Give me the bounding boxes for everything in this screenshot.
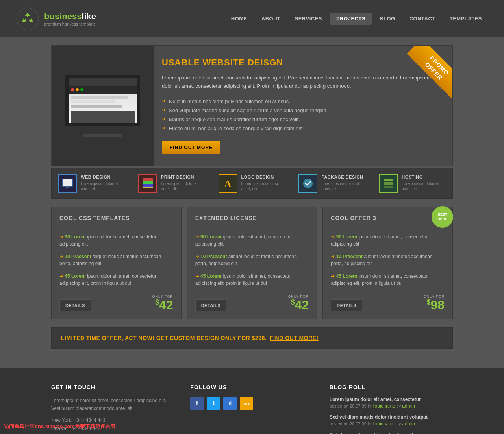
footer-social-col: FOLLOW US f t d rss — [190, 384, 313, 434]
pricing-card-2-footer: DETAILS ONLY FOR $42 — [195, 295, 309, 311]
svg-rect-6 — [65, 188, 70, 188]
screen-content — [69, 78, 137, 123]
pricing-feature-1-3: 45 Lorem ipsum dolor sit amet, consectet… — [59, 273, 173, 287]
pricing-section: COOL CSS TEMPLATES 90 Lorem ipsum dolor … — [51, 207, 453, 319]
best-deal-badge: BESTDEAL — [432, 206, 453, 228]
hosting-icon — [379, 174, 398, 193]
blog-item-3: Duis lacus odio, mattis eu tristique id,… — [330, 432, 453, 434]
price-box-1: ONLY FOR $42 — [152, 295, 173, 311]
promo-ribbon-text: PROMOOFFER — [407, 46, 452, 98]
pricing-feature-3-3: 45 Lorem ipsum dolor sit amet, consectet… — [331, 273, 445, 287]
service-package-design[interactable]: PACKAGE DESIGN Lorem ipsum dolor sit ame… — [292, 168, 372, 198]
nav-projects[interactable]: PROJECTS — [330, 13, 372, 25]
nav-contact[interactable]: CONTACT — [403, 13, 442, 25]
promo-banner-text: LIMITED TIME OFFER, ACT NOW! GET CUSTOM … — [61, 335, 267, 341]
svg-rect-10 — [143, 184, 153, 187]
print-design-title: PRINT DESIGN — [161, 175, 206, 179]
facebook-icon[interactable]: f — [190, 397, 204, 410]
pricing-card-1: COOL CSS TEMPLATES 90 Lorem ipsum dolor … — [51, 207, 182, 319]
pricing-card-3-footer: DETAILS ONLY FOR $98 — [331, 295, 445, 311]
svg-rect-15 — [384, 182, 393, 185]
details-button-2[interactable]: DETAILS — [195, 299, 227, 311]
web-design-text: WEB DESIGN Lorem ipsum dolor sit amet, e… — [81, 175, 125, 192]
logo-area: businesslike premium html/css template — [16, 7, 96, 31]
pricing-card-2: EXTENDED LICENSE 90 Lorem ipsum dolor si… — [187, 207, 317, 319]
logo-design-text: LOGO DESIGN Lorem ipsum dolor sit amet, … — [241, 175, 286, 192]
monitor-stand — [91, 126, 115, 134]
rss-icon[interactable]: rss — [240, 397, 253, 410]
print-design-text: PRINT DESIGN Lorem ipsum dolor sit amet,… — [161, 175, 206, 192]
blog-item-1-meta: posted on 20.07.09 in Topicname by admin — [330, 403, 453, 409]
pricing-card-1-title: COOL CSS TEMPLATES — [59, 215, 173, 226]
svg-text:A: A — [224, 178, 232, 190]
service-print-design[interactable]: PRINT DESIGN Lorem ipsum dolor sit amet,… — [132, 168, 212, 198]
web-design-icon — [58, 174, 77, 193]
details-button-1[interactable]: DETAILS — [59, 299, 91, 311]
svg-rect-8 — [143, 178, 153, 181]
blog-item-2-author[interactable]: admin — [402, 421, 415, 427]
hero-section: USABLE WEBSITE DEISGN Lorem ipsum dolor … — [51, 45, 453, 166]
hosting-desc: Lorem ipsum dolor sit amet, elit. — [402, 181, 446, 192]
service-logo-design[interactable]: A LOGO DESIGN Lorem ipsum dolor sit amet… — [212, 168, 293, 198]
web-design-desc: Lorem ipsum dolor sit amet, elit. — [81, 181, 125, 192]
pricing-card-1-footer: DETAILS ONLY FOR $42 — [59, 295, 173, 311]
print-design-icon — [138, 174, 157, 193]
bullet-3: Mauris at neque sed mauris porttitor rut… — [162, 115, 441, 124]
service-web-design[interactable]: WEB DESIGN Lorem ipsum dolor sit amet, e… — [52, 168, 132, 198]
footer-social-title: FOLLOW US — [190, 384, 313, 390]
blog-item-3-title: Duis lacus odio, mattis eu tristique id, — [330, 432, 453, 434]
main-nav: HOME ABOUT SERVICES PROJECTS BLOG CONTAC… — [225, 13, 488, 25]
service-hosting[interactable]: HOSTING Lorem ipsum dolor sit amet, elit… — [372, 168, 452, 198]
price-box-2: ONLY FOR $42 — [288, 295, 309, 311]
brand-tagline: premium html/css template — [44, 22, 96, 26]
promo-banner: LIMITED TIME OFFER, ACT NOW! GET CUSTOM … — [51, 327, 453, 349]
logo-icon — [16, 7, 39, 31]
print-design-desc: Lorem ipsum dolor sit amet, elit. — [161, 181, 206, 192]
pricing-card-3: BESTDEAL COOL OFFER 3 90 Lorem ipsum dol… — [322, 207, 453, 319]
package-design-icon — [298, 174, 317, 193]
pricing-feature-2-2: 10 Praesent aliquet lacus at metus accum… — [195, 253, 309, 267]
twitter-icon[interactable]: t — [207, 397, 220, 410]
pricing-feature-2-1: 90 Lorem ipsum dolor sit amet, consectet… — [195, 233, 309, 247]
blog-item-1-title: Lorem ipsum dolor sit amet, consectetur — [330, 397, 453, 402]
price-1: $42 — [152, 299, 173, 311]
svg-rect-11 — [143, 187, 153, 188]
nav-templates[interactable]: TEMPLATES — [443, 13, 488, 25]
hero-image — [52, 46, 154, 166]
pricing-feature-3-1: 90 Lorem ipsum dolor sit amet, consectet… — [331, 233, 445, 247]
footer: GET IN TOUCH Lorem ipsum dolor sit amet,… — [0, 368, 504, 434]
blog-item-1-author[interactable]: admin — [402, 403, 415, 409]
nav-services[interactable]: SERVICES — [288, 13, 328, 25]
blog-item-2-title: Sed vel diam mattis dolor tincidunt volu… — [330, 414, 453, 420]
logo-text: businesslike premium html/css template — [44, 11, 96, 26]
nav-blog[interactable]: BLOG — [373, 13, 402, 25]
logo-design-title: LOGO DESIGN — [241, 175, 286, 179]
svg-point-13 — [303, 179, 313, 188]
nav-about[interactable]: ABOUT — [255, 13, 287, 25]
package-design-text: PACKAGE DESIGN Lorem ipsum dolor sit ame… — [321, 175, 366, 192]
header: businesslike premium html/css template H… — [0, 0, 504, 37]
delicious-icon[interactable]: d — [223, 397, 237, 410]
svg-point-1 — [26, 17, 30, 21]
price-2: $42 — [288, 299, 309, 311]
nav-home[interactable]: HOME — [225, 13, 254, 25]
pricing-feature-1-2: 10 Praesent aliquet lacus at metus accum… — [59, 253, 173, 267]
details-button-3[interactable]: DETAILS — [331, 299, 362, 311]
promo-banner-link[interactable]: FIND OUT MORE! — [270, 335, 319, 341]
hero-cta-button[interactable]: FIND OUT MORE — [162, 141, 220, 154]
bullet-4: Fusce eu mi nec augue sodales congue vit… — [162, 124, 441, 133]
promo-ribbon: PROMOOFFER — [389, 46, 452, 109]
footer-address: New York: +34 44344 443Ottawa: +34 44344… — [51, 416, 174, 432]
pricing-card-3-title: COOL OFFER 3 — [331, 215, 445, 226]
blog-item-1-topic[interactable]: Topicname — [372, 403, 395, 409]
price-3: $98 — [424, 299, 445, 311]
main-content: USABLE WEBSITE DEISGN Lorem ipsum dolor … — [0, 37, 504, 368]
price-box-3: ONLY FOR $98 — [424, 295, 445, 311]
footer-contact-title: GET IN TOUCH — [51, 384, 174, 390]
package-design-title: PACKAGE DESIGN — [321, 175, 366, 179]
social-icons: f t d rss — [190, 397, 313, 410]
blog-item-2-topic[interactable]: Topicname — [372, 421, 395, 427]
svg-rect-5 — [66, 187, 69, 188]
footer-blog-title: BLOG ROLL — [330, 384, 453, 390]
services-row: WEB DESIGN Lorem ipsum dolor sit amet, e… — [51, 168, 453, 199]
